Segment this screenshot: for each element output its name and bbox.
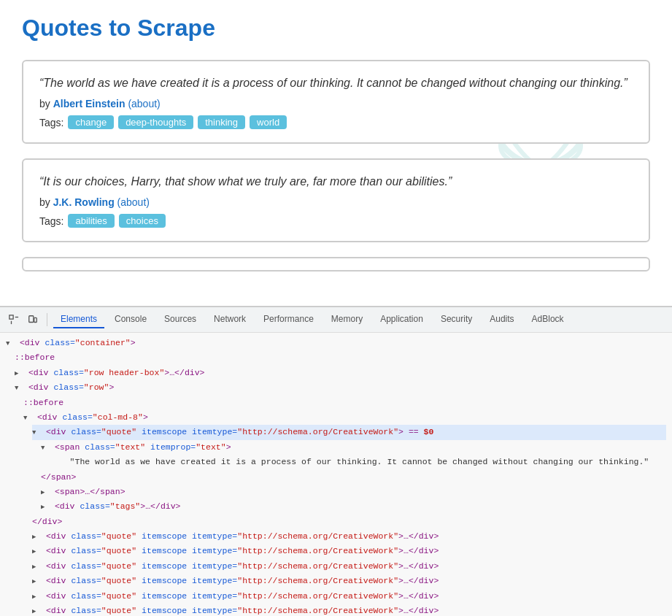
tab-sources[interactable]: Sources — [157, 311, 204, 328]
tag-change[interactable]: change — [68, 115, 114, 129]
content-area: Quotes to Scrape “The world as we have c… — [0, 0, 672, 307]
inspect-element-button[interactable] — [6, 312, 22, 328]
triangle-icon[interactable] — [23, 411, 32, 424]
quote-author-line-2: by J.K. Rowling (about) — [39, 196, 633, 208]
dom-line: </div> — [32, 515, 666, 529]
svg-rect-8 — [34, 317, 37, 322]
dom-line: </span> — [41, 470, 666, 485]
dom-line: <div class="tags">…</div> — [41, 499, 666, 514]
dom-line: ::before — [23, 396, 666, 410]
tags-label-1: Tags: — [39, 117, 63, 128]
triangle-icon[interactable] — [32, 560, 41, 573]
triangle-icon[interactable] — [41, 441, 50, 454]
dom-line-highlighted: <div class="quote" itemscope itemtype="h… — [32, 425, 666, 439]
quote-author-name-2[interactable]: J.K. Rowling — [53, 196, 115, 208]
triangle-icon[interactable] — [15, 366, 23, 380]
device-toggle-button[interactable] — [25, 312, 41, 328]
triangle-icon[interactable] — [41, 485, 50, 498]
quote-card-2: “It is our choices, Harry, that show wha… — [22, 158, 650, 242]
devtools-toolbar: Elements Console Sources Network Perform… — [0, 307, 672, 333]
svg-rect-7 — [29, 316, 34, 323]
triangle-icon[interactable] — [6, 336, 15, 350]
dom-line: "The world as we have created it is a pr… — [50, 455, 666, 469]
page-title: Quotes to Scrape — [22, 15, 650, 42]
dom-line: <div class="quote" itemscope itemtype="h… — [32, 529, 666, 544]
triangle-icon[interactable] — [32, 544, 41, 558]
toolbar-separator — [47, 313, 47, 326]
dom-line: <div class="quote" itemscope itemtype="h… — [32, 604, 666, 616]
quote-text-2: “It is our choices, Harry, that show wha… — [39, 173, 633, 190]
tags-label-2: Tags: — [39, 215, 63, 227]
tab-memory[interactable]: Memory — [324, 311, 370, 328]
triangle-icon[interactable] — [32, 574, 41, 588]
tag-choices[interactable]: choices — [119, 214, 166, 228]
triangle-icon[interactable] — [15, 381, 23, 394]
dom-line: <div class="row"> — [15, 380, 666, 395]
dom-line: <div class="row header-box">…</div> — [15, 366, 666, 380]
dom-line: <div class="col-md-8"> — [23, 410, 666, 425]
quote-author-line-1: by Albert Einstein (about) — [39, 98, 633, 109]
tab-adblock[interactable]: AdBlock — [525, 311, 571, 328]
quote-text-1: “The world as we have created it is a pr… — [39, 74, 633, 92]
quote-card-1: “The world as we have created it is a pr… — [22, 60, 650, 144]
dom-line: <span>…</span> — [41, 485, 666, 499]
triangle-icon[interactable] — [32, 590, 41, 603]
tab-elements[interactable]: Elements — [53, 311, 104, 328]
dom-line: ::before — [15, 350, 666, 365]
tab-performance[interactable]: Performance — [256, 311, 321, 328]
devtools-panel: Elements Console Sources Network Perform… — [0, 306, 672, 616]
tab-network[interactable]: Network — [206, 311, 253, 328]
tag-deep-thoughts[interactable]: deep-thoughts — [118, 115, 193, 129]
tag-world[interactable]: world — [250, 115, 287, 129]
dom-line: <span class="text" itemprop="text"> — [41, 440, 666, 455]
quote-tags-line-2: Tags: abilities choices — [39, 214, 633, 228]
quote-author-name-1[interactable]: Albert Einstein — [53, 98, 125, 109]
triangle-icon[interactable] — [32, 530, 41, 543]
triangle-icon[interactable] — [32, 604, 41, 616]
quote-tags-line-1: Tags: change deep-thoughts thinking worl… — [39, 115, 633, 129]
quote-author-about-2[interactable]: (about) — [117, 196, 150, 208]
tab-application[interactable]: Application — [373, 311, 430, 328]
tab-console[interactable]: Console — [107, 311, 154, 328]
tab-audits[interactable]: Audits — [482, 311, 521, 328]
tag-thinking[interactable]: thinking — [198, 115, 245, 129]
page-wrapper: Quotes to Scrape “The world as we have c… — [0, 0, 672, 616]
svg-rect-4 — [9, 315, 13, 319]
dom-line: <div class="quote" itemscope itemtype="h… — [32, 559, 666, 574]
quote-author-about-1[interactable]: (about) — [128, 98, 160, 109]
dom-line: <div class="container"> — [6, 336, 666, 350]
triangle-icon[interactable] — [32, 426, 41, 439]
triangle-icon[interactable] — [41, 500, 50, 513]
dom-line: <div class="quote" itemscope itemtype="h… — [32, 574, 666, 588]
quote-card-partial — [22, 257, 650, 272]
tab-security[interactable]: Security — [433, 311, 479, 328]
tag-abilities[interactable]: abilities — [68, 214, 114, 228]
dom-line: <div class="quote" itemscope itemtype="h… — [32, 544, 666, 558]
dom-line: <div class="quote" itemscope itemtype="h… — [32, 589, 666, 604]
devtools-content[interactable]: <div class="container"> ::before <div cl… — [0, 333, 672, 616]
